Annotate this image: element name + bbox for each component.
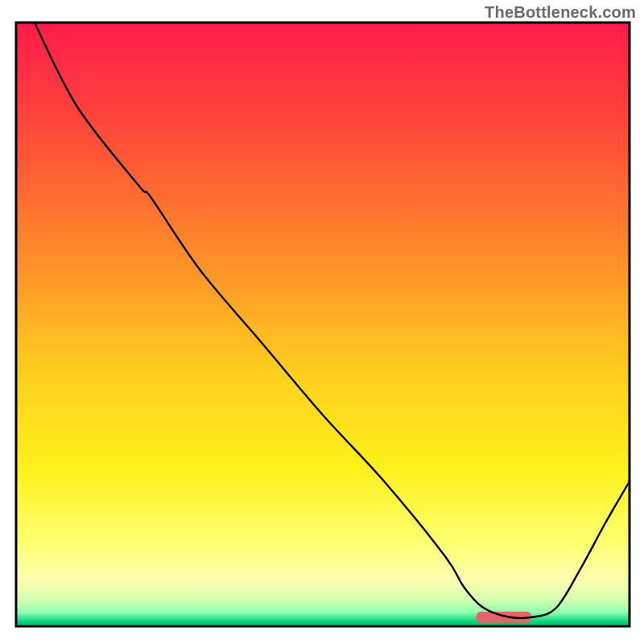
chart-container: TheBottleneck.com <box>0 0 644 644</box>
plot-background <box>16 23 630 626</box>
bottleneck-chart <box>0 0 644 644</box>
